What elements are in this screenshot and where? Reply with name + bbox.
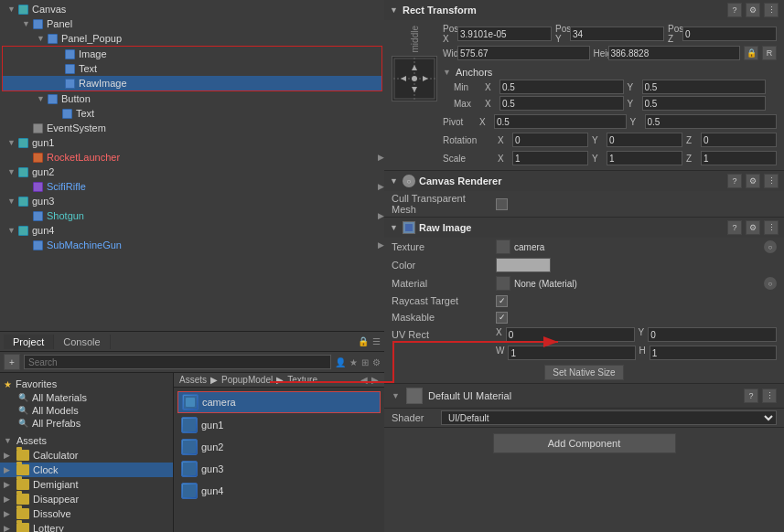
default-mat-header[interactable]: ▼ Default UI Material ? ⋮ — [384, 384, 784, 409]
anchor-visual[interactable] — [392, 56, 437, 101]
uvrect-y[interactable] — [648, 327, 777, 342]
hierarchy-item-gun2[interactable]: ▼ gun2 — [0, 165, 384, 179]
fav-item-prefabs[interactable]: 🔍 All Prefabs — [0, 417, 173, 430]
hierarchy-item-gun4[interactable]: ▼ gun4 — [0, 223, 384, 238]
hierarchy-item-submachinegun[interactable]: SubMachineGun ▶ — [0, 238, 384, 252]
anchors-max-row: Max X Y — [443, 95, 777, 112]
hierarchy-item-rawimage[interactable]: RawImage — [3, 76, 381, 90]
settings-btn[interactable]: ⚙ — [746, 3, 760, 17]
rot-x-input[interactable] — [512, 133, 588, 147]
fav-item-models[interactable]: 🔍 All Models — [0, 404, 173, 417]
hierarchy-item-canvas[interactable]: ▼ Canvas — [0, 2, 384, 16]
min-y-input[interactable] — [642, 80, 767, 94]
scale-z-input[interactable] — [701, 151, 777, 165]
rect-transform-header[interactable]: ▼ Rect Transform ? ⚙ ⋮ — [384, 0, 784, 20]
anchors-label: Anchors — [456, 67, 492, 78]
hierarchy-item-shotgun[interactable]: Shotgun ▶ — [0, 208, 384, 223]
pos-z-input[interactable] — [682, 27, 777, 41]
hierarchy-item-panel-popup[interactable]: ▼ Panel_Popup — [0, 31, 384, 46]
cull-checkbox[interactable] — [496, 198, 508, 210]
grid-icon: ⊞ — [361, 357, 369, 367]
hierarchy-item-text[interactable]: Text — [3, 61, 381, 76]
hierarchy-item-eventsystem[interactable]: EventSystem — [0, 121, 384, 135]
shader-dropdown[interactable]: UI/Default — [441, 410, 777, 425]
scale-y-input[interactable] — [607, 151, 682, 165]
width-input[interactable] — [457, 46, 590, 60]
add-component-button[interactable]: Add Component — [493, 433, 676, 453]
file-camera[interactable]: camera — [177, 391, 381, 413]
uvrect-x[interactable] — [506, 327, 635, 342]
folder-calculator[interactable]: ▶ Calculator — [0, 448, 173, 463]
menu-btn[interactable]: ⋮ — [764, 174, 779, 188]
file-gun4[interactable]: gun4 — [177, 481, 381, 501]
hierarchy-item-gun3[interactable]: ▼ gun3 — [0, 194, 384, 208]
file-gun1[interactable]: gun1 — [177, 415, 381, 435]
color-picker[interactable] — [496, 258, 551, 272]
folder-dissolve[interactable]: ▶ Dissolve — [0, 506, 173, 521]
menu-btn[interactable]: ⋮ — [764, 220, 779, 235]
pos-y-input[interactable] — [570, 27, 664, 41]
reset-btn[interactable]: R — [762, 46, 777, 60]
cube-icon — [16, 165, 29, 178]
texture-icon — [181, 461, 198, 477]
hierarchy-item-panel[interactable]: ▼ Panel — [0, 16, 384, 31]
search-input[interactable] — [24, 355, 331, 369]
default-material-section: ▼ Default UI Material ? ⋮ Shader UI/Defa… — [384, 384, 784, 428]
hierarchy-item-scifirifle[interactable]: ScifiRifle ▶ — [0, 179, 384, 194]
uvrect-h[interactable] — [650, 346, 777, 360]
lock-size-btn[interactable]: 🔒 — [744, 46, 758, 60]
settings-btn[interactable]: ⚙ — [746, 220, 760, 235]
favorites-header[interactable]: ★ Favorites — [0, 377, 173, 391]
nav-next[interactable]: ▶ — [371, 375, 379, 385]
breadcrumb-texture[interactable]: Texture — [287, 375, 317, 385]
add-button[interactable]: + — [4, 354, 20, 370]
info-btn[interactable]: ? — [727, 220, 742, 235]
max-x-input[interactable] — [499, 96, 624, 111]
folder-clock[interactable]: ▶ Clock — [0, 463, 173, 477]
breadcrumb: Assets ▶ PopupModel ▶ Texture ◀ ▶ — [174, 373, 384, 388]
settings-btn[interactable]: ⚙ — [746, 174, 760, 188]
pos-x-input[interactable] — [457, 27, 552, 41]
collapse-arrow: ▼ — [390, 223, 399, 232]
menu-btn[interactable]: ⋮ — [764, 3, 779, 17]
hierarchy-item-image[interactable]: Image — [3, 47, 381, 61]
native-size-button[interactable]: Set Native Size — [544, 365, 623, 380]
file-gun2[interactable]: gun2 — [177, 437, 381, 457]
raycast-checkbox[interactable] — [496, 295, 508, 307]
fav-item-materials[interactable]: 🔍 All Materials — [0, 391, 173, 404]
canvas-renderer-header[interactable]: ▼ ○ Canvas Renderer ? ⚙ ⋮ — [384, 171, 784, 191]
pivot-x-input[interactable] — [494, 114, 627, 129]
info-btn[interactable]: ? — [727, 3, 742, 17]
uvrect-w[interactable] — [508, 346, 635, 360]
hierarchy-item-button[interactable]: ▼ Button — [0, 91, 384, 106]
tab-console[interactable]: Console — [54, 335, 110, 349]
hierarchy-item-rocketlauncher[interactable]: RocketLauncher ▶ — [0, 150, 384, 165]
breadcrumb-assets[interactable]: Assets — [179, 375, 207, 385]
folder-disappear[interactable]: ▶ Disappear — [0, 492, 173, 506]
tab-project[interactable]: Project — [4, 335, 54, 349]
folder-demigiant[interactable]: ▶ Demigiant — [0, 477, 173, 492]
rot-y-input[interactable] — [607, 133, 682, 147]
raw-image-header[interactable]: ▼ Raw Image ? ⚙ ⋮ — [384, 218, 784, 238]
transform-fields: Pos X Pos Y Pos Z Width — [443, 24, 777, 166]
info-btn[interactable]: ? — [727, 174, 742, 188]
assets-header[interactable]: ▼ Assets — [0, 433, 173, 448]
min-x-input[interactable] — [499, 80, 624, 94]
max-y-input[interactable] — [642, 96, 767, 111]
breadcrumb-popupmodel[interactable]: PopupModel — [221, 375, 273, 385]
hierarchy-item-text2[interactable]: Text — [0, 106, 384, 121]
select-btn[interactable]: ○ — [764, 240, 777, 253]
select-mat-btn[interactable]: ○ — [764, 277, 777, 290]
rot-z-input[interactable] — [701, 133, 777, 147]
folder-lottery[interactable]: ▶ Lottery — [0, 521, 173, 532]
cull-label: Cull Transparent Mesh — [392, 193, 492, 215]
file-gun3[interactable]: gun3 — [177, 459, 381, 479]
nav-prev[interactable]: ◀ — [360, 375, 368, 385]
scale-x-input[interactable] — [512, 151, 588, 165]
maskable-checkbox[interactable] — [496, 312, 508, 324]
height-input[interactable] — [608, 46, 741, 60]
info-btn[interactable]: ? — [744, 388, 758, 403]
pivot-y-input[interactable] — [645, 114, 778, 129]
menu-btn[interactable]: ⋮ — [762, 388, 777, 403]
hierarchy-item-gun1[interactable]: ▼ gun1 — [0, 135, 384, 150]
